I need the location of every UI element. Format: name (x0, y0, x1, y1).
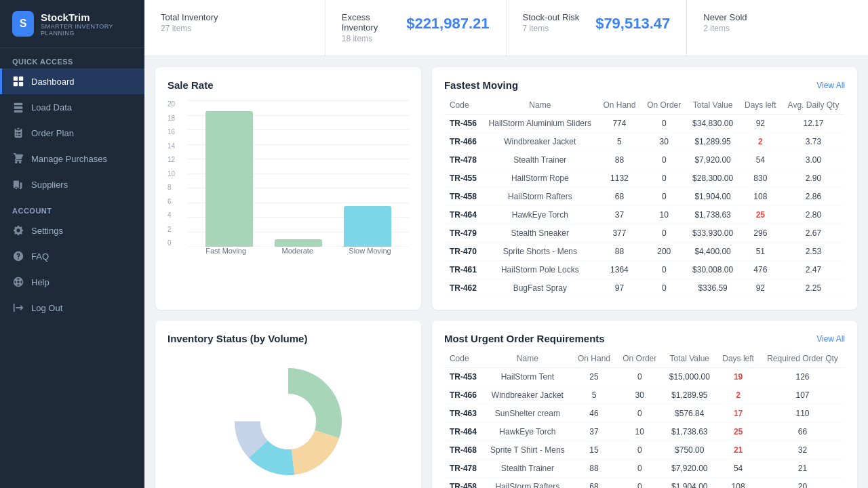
cell-on-order: 10 (616, 423, 663, 441)
sidebar-item-label: Suppliers (31, 180, 68, 190)
cell-on-hand: 88 (572, 460, 616, 478)
cell-days-left: 54 (739, 151, 782, 169)
cell-total-value: $1,738.63 (687, 206, 739, 224)
manage-purchases-icon (12, 152, 24, 165)
most-urgent-header: Most Urgent Order Requirements View All (444, 333, 845, 344)
sidebar-item-suppliers[interactable]: Suppliers (0, 171, 144, 197)
bar-slow-moving (333, 206, 402, 247)
most-urgent-view-all[interactable]: View All (816, 334, 845, 344)
cell-name: HailStorm Rafters (483, 188, 597, 206)
cell-name: HailStorm Pole Locks (483, 261, 597, 279)
cell-name: HawkEye Torch (483, 206, 597, 224)
top-cards: Total Inventory 27 items Excess Inventor… (144, 0, 868, 56)
col-name: Name (483, 96, 597, 115)
col-code: Code (444, 96, 483, 115)
sidebar-item-faq[interactable]: FAQ (0, 243, 144, 269)
cell-on-hand: 15 (572, 441, 616, 460)
cell-name: HailStorm Rope (483, 169, 597, 188)
cell-req-qty: 20 (760, 478, 845, 489)
excess-inventory-label: Excess Inventory (342, 12, 406, 33)
cell-name: HawkEye Torch (484, 423, 572, 441)
most-urgent-table: Code Name On Hand On Order Total Value D… (444, 350, 845, 488)
order-plan-icon (12, 127, 24, 139)
cell-req-qty: 21 (760, 460, 845, 478)
cell-days-left: 476 (739, 261, 782, 279)
cell-on-order: 0 (616, 478, 663, 489)
fastest-moving-view-all[interactable]: View All (816, 81, 845, 90)
sidebar-item-log-out[interactable]: Log Out (0, 295, 144, 321)
sidebar-item-order-plan[interactable]: Order Plan (0, 120, 144, 146)
cell-avg-daily: 2.53 (782, 243, 845, 261)
cell-req-qty: 107 (760, 386, 845, 405)
cell-on-order: 0 (642, 261, 687, 279)
cell-req-qty: 110 (760, 405, 845, 423)
bar-moderate-label: Moderate (281, 247, 313, 263)
cell-days-left: 19 (716, 368, 760, 386)
cell-days-left: 25 (716, 423, 760, 441)
cell-on-hand: 68 (597, 188, 642, 206)
table-row: TR-456 HailStorm Aluminium Sliders 774 0… (444, 115, 845, 133)
table-row: TR-464 HawkEye Torch 37 10 $1,738.63 25 … (444, 423, 845, 441)
cell-avg-daily: 12.17 (782, 115, 845, 133)
cell-on-order: 0 (642, 151, 687, 169)
cell-total-value: $1,904.00 (687, 188, 739, 206)
cell-code: TR-478 (444, 151, 483, 169)
cell-code: TR-478 (444, 460, 484, 478)
cell-avg-daily: 2.25 (782, 279, 845, 298)
table-row: TR-462 BugFast Spray 97 0 $336.59 92 2.2… (444, 279, 845, 298)
cell-avg-daily: 3.73 (782, 133, 845, 151)
cell-on-order: 0 (642, 188, 687, 206)
sale-rate-card: Sale Rate 20 18 16 14 12 10 8 6 (155, 67, 421, 310)
cell-on-hand: 68 (572, 478, 616, 489)
table-row: TR-479 Stealth Sneaker 377 0 $33,930.00 … (444, 224, 845, 243)
table-row: TR-455 HailStorm Rope 1132 0 $28,300.00 … (444, 169, 845, 188)
cell-on-hand: 97 (597, 279, 642, 298)
bottom-section-row: Inventory Status (by Volume) (155, 321, 857, 488)
faq-icon (12, 250, 24, 262)
col-code: Code (444, 350, 484, 368)
cell-on-order: 0 (642, 224, 687, 243)
cell-on-hand: 37 (572, 423, 616, 441)
cell-req-qty: 66 (760, 423, 845, 441)
app-tagline: SMARTER INVENTORY PLANNING (41, 23, 132, 37)
main-content: Total Inventory 27 items Excess Inventor… (144, 0, 868, 488)
cell-avg-daily: 2.80 (782, 206, 845, 224)
cell-days-left: 51 (739, 243, 782, 261)
sidebar-item-load-data[interactable]: Load Data (0, 94, 144, 120)
cell-total-value: $1,738.63 (663, 423, 716, 441)
sidebar-item-manage-purchases[interactable]: Manage Purchases (0, 146, 144, 171)
svg-point-8 (260, 394, 316, 449)
cell-avg-daily: 2.90 (782, 169, 845, 188)
col-total-value: Total Value (663, 350, 716, 368)
stock-out-risk-value: $79,513.47 (595, 15, 670, 33)
cell-on-hand: 46 (572, 405, 616, 423)
never-sold-label: Never Sold (703, 12, 852, 22)
cell-days-left: 108 (716, 478, 760, 489)
table-row: TR-470 Sprite Shorts - Mens 88 200 $4,40… (444, 243, 845, 261)
excess-inventory-sub: 18 items (342, 34, 406, 43)
cell-name: Stealth Sneaker (483, 224, 597, 243)
suppliers-icon (12, 178, 24, 190)
sidebar-item-settings[interactable]: Settings (0, 218, 144, 243)
sidebar-item-help[interactable]: Help (0, 269, 144, 295)
chart-area: 20 18 16 14 12 10 8 6 4 2 0 (167, 100, 409, 277)
total-inventory-sub: 27 items (161, 24, 309, 33)
cell-days-left: 108 (739, 188, 782, 206)
col-on-order: On Order (616, 350, 663, 368)
cell-code: TR-466 (444, 133, 483, 151)
sidebar-item-dashboard[interactable]: Dashboard (0, 68, 144, 94)
cell-code: TR-462 (444, 279, 483, 298)
stock-out-risk-header: Stock-out Risk 7 items $79,513.47 (523, 12, 671, 33)
never-sold-card: Never Sold 2 items (687, 0, 868, 56)
cell-name: Sprite Shorts - Mens (483, 243, 597, 261)
logout-icon (12, 302, 24, 314)
cell-total-value: $336.59 (687, 279, 739, 298)
inventory-status-card: Inventory Status (by Volume) (155, 321, 421, 488)
cell-code: TR-479 (444, 224, 483, 243)
cell-code: TR-468 (444, 441, 484, 460)
y-axis: 20 18 16 14 12 10 8 6 4 2 0 (167, 100, 186, 247)
svg-rect-0 (14, 77, 18, 81)
cell-total-value: $7,920.00 (663, 460, 716, 478)
inventory-status-title: Inventory Status (by Volume) (167, 333, 409, 344)
sidebar-item-label: FAQ (31, 251, 49, 262)
